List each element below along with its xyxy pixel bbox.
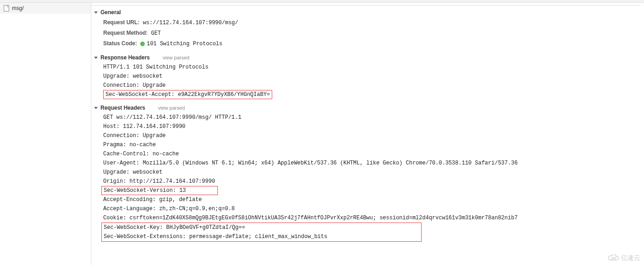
header-line: Upgrade: websocket bbox=[103, 72, 640, 81]
request-raw: GET ws://112.74.164.107:9990/msg/ HTTP/1… bbox=[94, 112, 640, 244]
header-line: Origin: http://112.74.164.107:9990 bbox=[103, 177, 640, 186]
header-line: Cookie: csrftoken=1ZdK40XS8mQg9BJEtgEGx0… bbox=[103, 213, 640, 223]
section-title: Request Headers bbox=[100, 105, 145, 111]
kv-key: Request Method: bbox=[103, 30, 148, 36]
header-line: GET ws://112.74.164.107:9990/msg/ HTTP/1… bbox=[103, 113, 640, 122]
section-title: General bbox=[100, 9, 121, 16]
header-line: User-Agent: Mozilla/5.0 (Windows NT 6.1;… bbox=[103, 159, 640, 168]
section-header-general[interactable]: General bbox=[94, 8, 640, 16]
status-dot-icon bbox=[140, 42, 145, 46]
header-line: Connection: Upgrade bbox=[103, 131, 640, 140]
kv-val: GET bbox=[149, 30, 161, 37]
header-line: Upgrade: websocket bbox=[103, 168, 640, 177]
kv-key: Request URL: bbox=[103, 19, 139, 26]
highlighted-header: Sec-WebSocket-Version: 13 bbox=[101, 186, 218, 195]
header-line: HTTP/1.1 101 Switching Protocols bbox=[103, 63, 640, 72]
section-header-response[interactable]: Response Headers view parsed bbox=[94, 53, 640, 62]
section-header-request[interactable]: Request Headers view parsed bbox=[94, 104, 640, 112]
header-line: Connection: Upgrade bbox=[103, 81, 640, 90]
kv-request-url: Request URL: ws://112.74.164.107:9990/ms… bbox=[103, 17, 640, 28]
section-request-headers: Request Headers view parsed GET ws://112… bbox=[91, 102, 640, 244]
request-item-label: msg/ bbox=[12, 5, 24, 11]
header-line: Pragma: no-cache bbox=[103, 140, 640, 149]
view-parsed-link[interactable]: view parsed bbox=[158, 105, 185, 111]
kv-status-code: Status Code: 101 Switching Protocols bbox=[103, 38, 640, 49]
tab-strip bbox=[91, 5, 640, 5]
kv-val: ws://112.74.164.107:9990/msg/ bbox=[141, 20, 238, 26]
details-panel: General Request URL: ws://112.74.164.107… bbox=[91, 3, 644, 265]
svg-rect-0 bbox=[4, 5, 9, 11]
section-response-headers: Response Headers view parsed HTTP/1.1 10… bbox=[91, 52, 640, 102]
header-line: Sec-WebSocket-Extensions: permessage-def… bbox=[104, 232, 419, 241]
highlighted-header: Sec-WebSocket-Accept: e9A22EkgvR7YDyXB6/… bbox=[103, 90, 272, 99]
kv-val: 101 Switching Protocols bbox=[138, 41, 222, 47]
request-list-sidebar: msg/ bbox=[0, 3, 91, 265]
header-line: Host: 112.74.164.107:9990 bbox=[103, 122, 640, 131]
section-title: Response Headers bbox=[100, 54, 150, 61]
chevron-down-icon bbox=[94, 57, 98, 59]
header-line: Accept-Encoding: gzip, deflate bbox=[103, 195, 640, 204]
header-line: Sec-WebSocket-Key: BHJyBOeGVF+g0TZdtaI/Q… bbox=[104, 223, 419, 232]
highlighted-header-block: Sec-WebSocket-Key: BHJyBOeGVF+g0TZdtaI/Q… bbox=[101, 223, 422, 242]
view-parsed-link[interactable]: view parsed bbox=[163, 55, 190, 60]
kv-key: Status Code: bbox=[103, 40, 137, 47]
kv-request-method: Request Method: GET bbox=[103, 28, 640, 38]
request-list-item[interactable]: msg/ bbox=[0, 3, 91, 14]
chevron-down-icon bbox=[94, 11, 98, 14]
header-line: Accept-Language: zh,zh-CN;q=0.9,en;q=0.8 bbox=[103, 204, 640, 213]
section-general: General Request URL: ws://112.74.164.107… bbox=[91, 6, 640, 52]
response-raw: HTTP/1.1 101 Switching Protocols Upgrade… bbox=[94, 62, 640, 102]
header-line: Cache-Control: no-cache bbox=[103, 149, 640, 159]
status-text: 101 Switching Protocols bbox=[147, 41, 222, 47]
file-icon bbox=[4, 5, 9, 11]
chevron-down-icon bbox=[94, 107, 98, 109]
